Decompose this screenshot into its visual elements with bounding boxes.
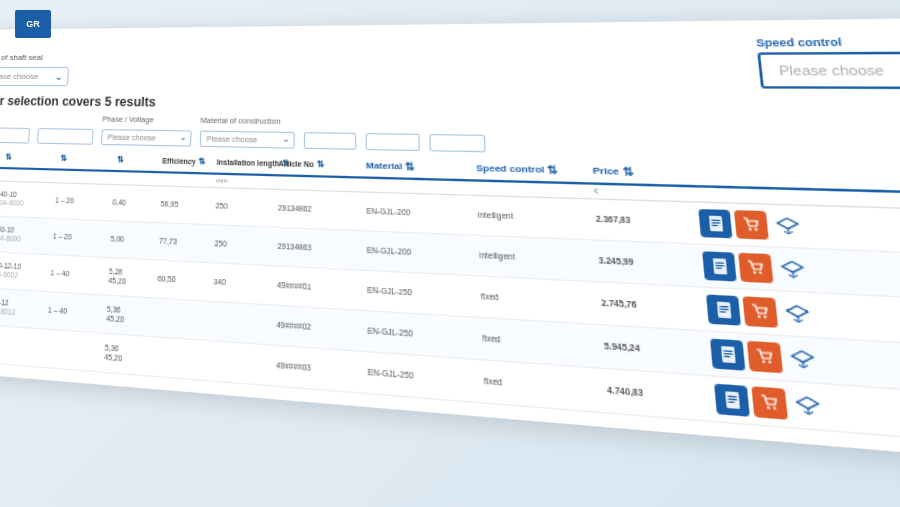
phase-voltage-select[interactable]: Please choose [101, 129, 192, 147]
row4-cart-button[interactable] [747, 341, 783, 373]
svg-rect-0 [708, 215, 722, 231]
row3-installation: 340 [213, 277, 277, 290]
th-installation[interactable]: Installation length ⇅ [217, 156, 279, 170]
row4-material: EN-GJL-250 [367, 326, 482, 344]
th-article[interactable]: Article No ⇅ [278, 157, 366, 172]
cad-icon [775, 217, 801, 236]
svg-point-11 [753, 271, 756, 274]
th-col2[interactable]: ⇅ [58, 153, 115, 166]
row3-efficiency: 60,50 [157, 274, 213, 287]
row5-article: 49####03 [276, 360, 368, 378]
material-select[interactable]: Please choose [200, 131, 295, 149]
speed-control-group: Speed control Please choose Intelligent … [756, 35, 900, 90]
row2-cad-button[interactable] [775, 254, 811, 285]
filter-input-1[interactable] [0, 127, 30, 143]
doc-icon [711, 257, 728, 275]
speed-control-select[interactable]: Please choose Intelligent Fixed [757, 51, 900, 89]
row5-material: EN-GJL-250 [368, 367, 484, 387]
filter-extra1-label [304, 130, 356, 131]
filter-input-2[interactable] [37, 128, 94, 145]
row5-cart-button[interactable] [751, 386, 788, 419]
doc-icon [719, 345, 737, 364]
th-speed-sort-icon: ⇅ [547, 163, 558, 176]
row5-efficiency [154, 356, 211, 360]
row3-col3: 5,2845,20 [108, 267, 158, 289]
sub-efficiency [162, 176, 217, 184]
doc-icon [715, 301, 733, 319]
row2-col1: 40-1004-6000 [0, 225, 53, 246]
th-col1[interactable]: ⇅ [3, 151, 59, 164]
row1-col1: 40-1004-6000 [0, 190, 56, 210]
row5-installation [211, 361, 276, 366]
svg-rect-14 [716, 301, 731, 318]
row1-cart-button[interactable] [734, 210, 769, 240]
material-select-wrapper: Please choose ⌄ [200, 126, 295, 148]
table-body: 40-1004-6000 1 – 20 0,40 56,95 250 29134… [0, 181, 900, 453]
row2-speed: intelligent [479, 250, 599, 266]
th-material[interactable]: Material ⇅ [366, 159, 477, 174]
shaft-seal-select[interactable]: Please choose [0, 67, 69, 86]
sub-col1 [2, 171, 58, 179]
logo: GR [15, 10, 51, 38]
cart-icon [746, 260, 765, 277]
filter-item-extra3 [429, 132, 485, 153]
svg-point-5 [754, 228, 757, 231]
doc-icon [723, 390, 741, 409]
row2-actions [702, 251, 846, 286]
row5-doc-button[interactable] [714, 384, 750, 417]
row5-col3: 5,3645,20 [104, 343, 155, 367]
row4-cad-button[interactable] [784, 343, 821, 376]
filter-extra2-input[interactable] [366, 133, 420, 151]
row3-col2: 1 – 40 [50, 268, 109, 281]
row1-material: EN-GJL-200 [366, 206, 478, 220]
row4-actions [710, 339, 857, 379]
row1-actions [698, 209, 840, 242]
svg-point-19 [764, 316, 767, 319]
phase-select-wrapper: Please choose ⌄ [101, 125, 192, 147]
row4-price: 5.945,24 [604, 341, 712, 359]
sub-installation: mm [216, 177, 278, 185]
sub-article [278, 179, 366, 188]
filter-extra1-input[interactable] [304, 132, 356, 150]
sub-speed [477, 184, 595, 195]
row5-speed: fixed [484, 376, 608, 397]
row2-col3: 5,00 [110, 234, 159, 246]
row1-installation: 250 [215, 201, 278, 213]
filter-extra3-input[interactable] [429, 134, 485, 152]
th-article-label: Article No [278, 160, 313, 169]
results-text: Your selection covers 5 results [0, 94, 900, 118]
row4-doc-button[interactable] [710, 339, 745, 371]
th-installation-label: Installation length [217, 158, 280, 168]
sub-col2 [57, 173, 114, 181]
logo-text: GR [26, 19, 40, 29]
speed-control-label: Speed control [756, 35, 900, 49]
row3-cad-button[interactable] [779, 298, 816, 330]
logo-area: GR [15, 10, 51, 38]
row3-actions [706, 294, 851, 332]
shaft-seal-group: Type of shaft seal Please choose ⌄ [0, 53, 70, 86]
th-speed[interactable]: Speed control ⇅ [476, 162, 593, 178]
th-price[interactable]: Price ⇅ [592, 164, 695, 180]
row1-price: 2.367,83 [596, 214, 701, 228]
cart-icon [750, 303, 769, 320]
th-col3[interactable]: ⇅ [114, 154, 162, 167]
row1-doc-button[interactable] [698, 209, 732, 238]
row1-speed: intelligent [478, 210, 597, 224]
row4-installation [212, 321, 276, 325]
th-efficiency[interactable]: Efficiency ⇅ [162, 155, 217, 168]
th-col2-sort-icon: ⇅ [60, 154, 68, 164]
svg-rect-28 [724, 391, 739, 409]
row1-cad-button[interactable] [770, 211, 806, 241]
filter-material: Material of construction Please choose ⌄ [200, 117, 295, 149]
row3-doc-button[interactable] [706, 294, 741, 325]
table-container: ⇅ ⇅ ⇅ Efficiency ⇅ Installation length ⇅ [0, 151, 900, 453]
row2-cart-button[interactable] [738, 253, 773, 283]
th-price-sort-icon: ⇅ [621, 165, 633, 179]
row2-material: EN-GJL-200 [367, 245, 480, 260]
row2-article: 29134863 [277, 242, 366, 256]
svg-rect-10 [715, 267, 721, 269]
row3-cart-button[interactable] [742, 296, 778, 327]
row5-cad-button[interactable] [789, 389, 827, 423]
row2-doc-button[interactable] [702, 251, 736, 281]
sub-material [366, 181, 477, 191]
